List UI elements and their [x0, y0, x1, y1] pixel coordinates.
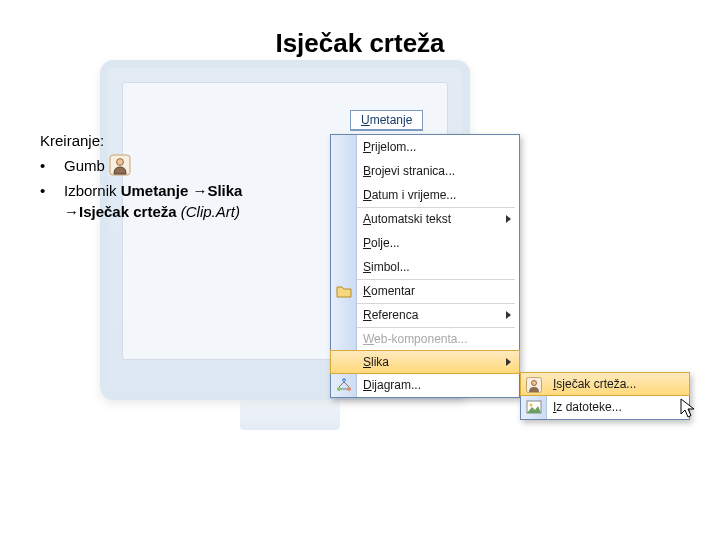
avatar-icon — [526, 377, 542, 393]
menu-item-3[interactable]: Automatski tekst — [331, 207, 519, 231]
menu-item-10[interactable]: Dijagram... — [331, 373, 519, 397]
bullet-label: Gumb — [64, 157, 105, 174]
svg-point-6 — [532, 381, 537, 386]
bullet-item: • Izbornik Umetanje →Slika →Isječak crte… — [40, 180, 330, 222]
menu-item-label: Referenca — [363, 308, 418, 322]
svg-point-4 — [347, 387, 351, 391]
menu-item-8: Web-komponenta... — [331, 327, 519, 351]
menu-item-label: Slika — [363, 355, 389, 369]
menu-item-label: Dijagram... — [363, 378, 421, 392]
bullet-dot: • — [40, 180, 64, 222]
text-prefix: Izbornik — [64, 182, 121, 199]
bullet-dot: • — [40, 155, 64, 178]
menu-item-label: Brojevi stranica... — [363, 164, 455, 178]
menubar-umetanje[interactable]: Umetanje — [350, 110, 423, 131]
menu-item-label: Komentar — [363, 284, 415, 298]
image-icon — [526, 399, 542, 415]
submenu-item-1[interactable]: Iz datoteke... — [521, 395, 689, 419]
arrow-icon: → — [192, 182, 207, 199]
menu-item-label: Automatski tekst — [363, 212, 451, 226]
menu-item-0[interactable]: Prijelom... — [331, 135, 519, 159]
diagram-icon — [336, 377, 352, 393]
menu-item-7[interactable]: Referenca — [331, 303, 519, 327]
cursor-icon — [680, 398, 696, 424]
submenu: Isječak crteža...Iz datoteke... — [520, 372, 690, 420]
menu-item-4[interactable]: Polje... — [331, 231, 519, 255]
avatar-icon — [109, 154, 131, 176]
svg-point-8 — [530, 404, 533, 407]
submenu-arrow-icon — [506, 215, 511, 223]
page-title: Isječak crteža — [0, 28, 720, 59]
folder-icon — [336, 283, 352, 299]
menu-item-1[interactable]: Brojevi stranica... — [331, 159, 519, 183]
submenu-arrow-icon — [506, 358, 511, 366]
instruction-block: Kreiranje: • Gumb • Izbornik Umetanje →S… — [40, 130, 330, 224]
menu-item-label: Web-komponenta... — [363, 332, 468, 346]
text-strong: Slika — [207, 182, 242, 199]
text-strong: Isječak crteža — [79, 203, 181, 220]
submenu-item-0[interactable]: Isječak crteža... — [520, 372, 690, 396]
instruction-heading: Kreiranje: — [40, 130, 330, 151]
bullet-item: • Gumb — [40, 155, 330, 178]
submenu-arrow-icon — [506, 311, 511, 319]
menu-item-9[interactable]: Slika — [330, 350, 520, 374]
menu-item-label: Simbol... — [363, 260, 410, 274]
menu-item-6[interactable]: Komentar — [331, 279, 519, 303]
text-strong: Umetanje — [121, 182, 193, 199]
menu-item-label: Isječak crteža... — [553, 377, 636, 391]
menu-item-label: Iz datoteke... — [553, 400, 622, 414]
text-italic: (Clip.Art) — [181, 203, 240, 220]
dropdown-menu: Prijelom...Brojevi stranica...Datum i vr… — [330, 134, 520, 398]
svg-point-2 — [342, 378, 346, 382]
menu-item-2[interactable]: Datum i vrijeme... — [331, 183, 519, 207]
svg-point-1 — [117, 159, 124, 166]
menu-item-5[interactable]: Simbol... — [331, 255, 519, 279]
menu-item-label: Prijelom... — [363, 140, 416, 154]
menu-item-label: Datum i vrijeme... — [363, 188, 456, 202]
menu-screenshot: Umetanje Prijelom...Brojevi stranica...D… — [310, 110, 690, 470]
arrow-icon: → — [64, 203, 79, 220]
svg-point-3 — [337, 387, 341, 391]
menu-item-label: Polje... — [363, 236, 400, 250]
